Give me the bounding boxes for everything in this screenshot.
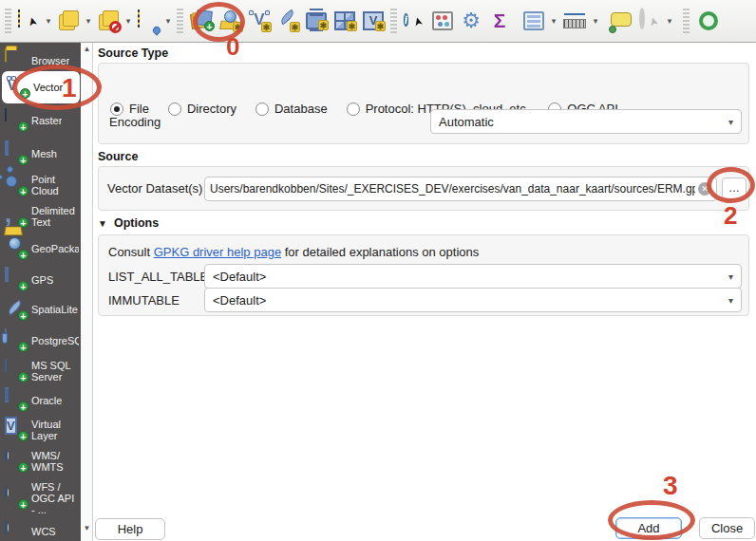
source-type-title: Source Type <box>98 47 168 60</box>
map-tips-icon <box>611 12 632 27</box>
deselect-features-dropdown[interactable]: ▾ <box>123 6 134 36</box>
sidebar-item-wms-wmts[interactable]: + WMS/WMTS <box>0 445 81 477</box>
identify-features-button[interactable]: i ➤ <box>400 6 428 36</box>
select-features-button[interactable]: ➤ <box>14 6 43 36</box>
immutable-label: IMMUTABLE <box>108 293 180 308</box>
radio-protocol[interactable] <box>347 103 360 116</box>
new-shapefile-layer-icon: V ✱ <box>249 10 270 31</box>
new-virtual-layer-button[interactable]: V✱ <box>359 6 387 36</box>
measure-dropdown[interactable]: ▾ <box>590 6 601 36</box>
list-all-tables-select[interactable]: <Default> ▾ <box>204 264 742 289</box>
processing-gear-icon: ⚙ <box>462 10 481 31</box>
raster-icon: + <box>5 109 28 132</box>
new-scratch-layer-icon: ✱ <box>306 12 327 29</box>
select-by-location-dropdown[interactable]: ▾ <box>162 6 174 36</box>
sidebar-item-point-cloud[interactable]: + PointCloud <box>0 170 81 200</box>
spatialite-icon: + <box>5 298 28 321</box>
paste-features-button[interactable] <box>54 6 83 36</box>
locator-icon: ➤ <box>639 10 660 31</box>
sidebar-item-mesh[interactable]: + Mesh <box>0 140 81 168</box>
new-spatialite-layer-button[interactable]: ✱ <box>274 6 302 36</box>
paste-features-icon <box>58 10 79 31</box>
chevron-down-icon: ▾ <box>728 271 733 282</box>
close-button[interactable]: Close <box>699 517 755 539</box>
source-title: Source <box>98 150 138 163</box>
sum-features-button[interactable]: Σ <box>485 6 514 36</box>
sidebar-scroll-up[interactable]: ▲ <box>82 44 92 55</box>
gpkg-help-link[interactable]: GPKG driver help page <box>154 245 281 259</box>
attribute-table-button[interactable] <box>520 6 548 36</box>
paste-features-dropdown[interactable]: ▾ <box>83 6 94 36</box>
immutable-select[interactable]: <Default> ▾ <box>204 288 742 312</box>
virtual-layer-icon: V+ <box>5 419 28 441</box>
sidebar-item-wfs-ogc-api[interactable]: + WFS /OGC API- ... <box>0 478 81 518</box>
sidebar-item-wcs[interactable]: WCS <box>0 521 81 541</box>
point-cloud-icon: + <box>5 174 28 196</box>
collapse-triangle-icon: ▼ <box>98 218 107 229</box>
sidebar-scroll-down[interactable]: ▼ <box>82 523 92 534</box>
sidebar-item-oracle[interactable]: + Oracle <box>0 386 81 415</box>
deselect-features-button[interactable] <box>94 6 123 36</box>
sidebar-item-browser[interactable]: Browser <box>0 47 81 74</box>
sidebar-item-raster[interactable]: + Raster <box>0 106 81 135</box>
new-scratch-layer-button[interactable]: ✱ <box>302 6 331 36</box>
ms-sql-server-icon: + <box>5 360 28 382</box>
statistical-summary-button[interactable] <box>428 6 457 36</box>
clear-text-icon[interactable]: ✕ <box>698 182 711 196</box>
locator-dropdown[interactable]: ▾ <box>664 6 675 36</box>
sidebar-item-geopackage[interactable]: + GeoPackage <box>0 234 81 263</box>
postgresql-icon: + <box>5 329 28 352</box>
sidebar-item-ms-sql-server[interactable]: + MS SQLServer <box>0 355 81 387</box>
toolbar-drag-handle[interactable] <box>177 9 183 33</box>
list-all-tables-label: LIST_ALL_TABLES <box>108 270 217 284</box>
radio-file[interactable] <box>110 103 123 116</box>
add-button[interactable]: Add <box>615 517 682 539</box>
attribute-table-dropdown[interactable]: ▾ <box>548 6 559 36</box>
sidebar-item-vector[interactable]: V + Vector <box>2 71 80 103</box>
consult-line: Consult GPKG driver help page for detail… <box>108 245 479 259</box>
select-by-location-icon <box>138 10 159 31</box>
measure-icon <box>563 19 586 28</box>
identify-features-icon: i ➤ <box>404 10 425 31</box>
select-features-dropdown[interactable]: ▾ <box>43 6 54 36</box>
processing-gear-button[interactable]: ⚙ <box>457 6 485 36</box>
new-mesh-layer-icon: ✱ <box>334 11 355 30</box>
browse-button[interactable]: … <box>722 177 747 200</box>
measure-button[interactable] <box>559 6 590 36</box>
browser-folder-icon <box>5 49 28 72</box>
locator-button[interactable]: ➤ <box>635 6 664 36</box>
mesh-icon: + <box>5 142 28 165</box>
wms-wmts-icon: + <box>5 450 28 473</box>
data-source-manager-button[interactable]: + <box>188 6 217 36</box>
toolbar-drag-handle[interactable] <box>683 9 690 33</box>
delimited-text-icon: ,+ <box>5 205 28 228</box>
help-button[interactable]: Help <box>95 518 165 540</box>
options-header[interactable]: ▼ Options <box>98 216 159 230</box>
sidebar-item-spatialite[interactable]: + SpatiaLite <box>0 295 81 324</box>
new-spatialite-layer-icon: ✱ <box>277 10 298 31</box>
toolbar-drag-handle[interactable] <box>5 9 11 33</box>
new-shapefile-layer-button[interactable]: V ✱ <box>245 6 274 36</box>
vector-dataset-label: Vector Dataset(s) <box>107 181 202 196</box>
new-geopackage-layer-button[interactable]: ✱ <box>217 6 245 36</box>
new-mesh-layer-button[interactable]: ✱ <box>331 6 359 36</box>
sidebar-scrollbar[interactable] <box>81 43 93 541</box>
sidebar-item-postgresql[interactable]: + PostgreSQL <box>0 326 81 355</box>
chevron-down-icon: ▾ <box>728 117 733 127</box>
encoding-select[interactable]: Automatic ▾ <box>430 109 742 134</box>
main-toolbar: ➤ ▾ ▾ ▾ ▾ + <box>0 0 756 43</box>
vector-source-panel: Source Type File Directory Database Prot… <box>94 43 756 541</box>
radio-directory[interactable] <box>168 103 181 116</box>
vector-dataset-input[interactable]: Users/barendkobben/Sites/_EXERCISES_DEV/… <box>204 177 717 201</box>
chevron-down-icon: ▾ <box>728 295 733 306</box>
select-by-location-button[interactable] <box>134 6 162 36</box>
sidebar-item-virtual-layer[interactable]: V+ VirtualLayer <box>0 414 81 446</box>
zoom-search-button[interactable] <box>694 6 723 36</box>
new-geopackage-layer-icon: ✱ <box>220 10 241 31</box>
radio-database[interactable] <box>255 103 269 116</box>
statistical-summary-icon <box>432 11 453 30</box>
toolbar-drag-handle[interactable] <box>390 9 397 33</box>
encoding-label: Encoding <box>109 115 161 129</box>
sidebar-item-gps[interactable]: + GPS <box>0 266 81 294</box>
map-tips-button[interactable] <box>607 6 635 36</box>
